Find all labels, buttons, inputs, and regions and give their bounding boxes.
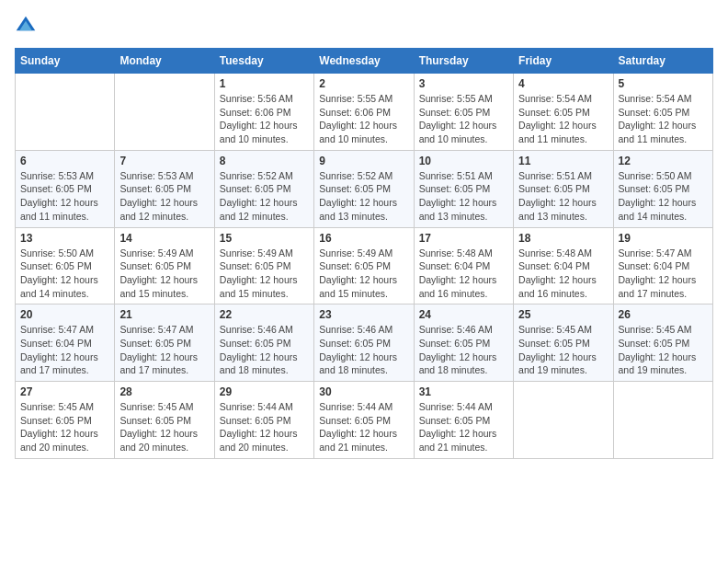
calendar-day-cell bbox=[613, 382, 712, 459]
day-info: Sunrise: 5:51 AM Sunset: 6:05 PM Dayligh… bbox=[518, 169, 608, 224]
day-number: 21 bbox=[119, 308, 209, 321]
day-number: 22 bbox=[220, 308, 309, 321]
logo bbox=[15, 15, 40, 37]
day-number: 16 bbox=[319, 232, 408, 245]
calendar-day-cell: 8Sunrise: 5:52 AM Sunset: 6:05 PM Daylig… bbox=[214, 150, 313, 227]
day-info: Sunrise: 5:53 AM Sunset: 6:05 PM Dayligh… bbox=[119, 169, 209, 224]
calendar-day-cell: 9Sunrise: 5:52 AM Sunset: 6:05 PM Daylig… bbox=[314, 150, 414, 227]
calendar-day-cell: 12Sunrise: 5:50 AM Sunset: 6:05 PM Dayli… bbox=[613, 150, 712, 227]
calendar-day-cell: 26Sunrise: 5:45 AM Sunset: 6:05 PM Dayli… bbox=[613, 304, 712, 382]
day-info: Sunrise: 5:50 AM Sunset: 6:05 PM Dayligh… bbox=[619, 169, 708, 224]
day-info: Sunrise: 5:44 AM Sunset: 6:05 PM Dayligh… bbox=[220, 400, 309, 454]
day-info: Sunrise: 5:44 AM Sunset: 6:05 PM Dayligh… bbox=[419, 400, 508, 454]
calendar-week-row: 6Sunrise: 5:53 AM Sunset: 6:05 PM Daylig… bbox=[16, 150, 713, 227]
calendar-day-cell: 19Sunrise: 5:47 AM Sunset: 6:04 PM Dayli… bbox=[613, 227, 712, 304]
calendar-day-cell: 11Sunrise: 5:51 AM Sunset: 6:05 PM Dayli… bbox=[514, 150, 613, 227]
day-info: Sunrise: 5:46 AM Sunset: 6:05 PM Dayligh… bbox=[220, 323, 309, 377]
calendar-day-cell: 15Sunrise: 5:49 AM Sunset: 6:05 PM Dayli… bbox=[214, 227, 313, 304]
calendar-day-cell: 28Sunrise: 5:45 AM Sunset: 6:05 PM Dayli… bbox=[115, 382, 214, 459]
calendar-week-row: 13Sunrise: 5:50 AM Sunset: 6:05 PM Dayli… bbox=[16, 227, 713, 304]
day-info: Sunrise: 5:55 AM Sunset: 6:06 PM Dayligh… bbox=[319, 92, 408, 146]
weekday-header: Monday bbox=[115, 49, 214, 74]
day-number: 14 bbox=[119, 232, 209, 245]
calendar-day-cell: 20Sunrise: 5:47 AM Sunset: 6:04 PM Dayli… bbox=[16, 304, 115, 382]
day-info: Sunrise: 5:51 AM Sunset: 6:05 PM Dayligh… bbox=[419, 169, 508, 224]
day-number: 12 bbox=[619, 155, 708, 167]
day-number: 2 bbox=[319, 77, 408, 90]
day-number: 13 bbox=[20, 232, 109, 245]
calendar-day-cell: 4Sunrise: 5:54 AM Sunset: 6:05 PM Daylig… bbox=[514, 74, 613, 151]
day-info: Sunrise: 5:45 AM Sunset: 6:05 PM Dayligh… bbox=[20, 400, 109, 454]
calendar-day-cell bbox=[115, 74, 214, 151]
weekday-header: Saturday bbox=[613, 49, 712, 74]
weekday-header-row: SundayMondayTuesdayWednesdayThursdayFrid… bbox=[16, 49, 713, 74]
calendar-day-cell: 7Sunrise: 5:53 AM Sunset: 6:05 PM Daylig… bbox=[115, 150, 214, 227]
logo-icon bbox=[15, 15, 37, 37]
day-number: 17 bbox=[419, 232, 508, 245]
day-number: 19 bbox=[619, 232, 708, 245]
day-info: Sunrise: 5:52 AM Sunset: 6:05 PM Dayligh… bbox=[319, 169, 408, 224]
calendar-day-cell: 14Sunrise: 5:49 AM Sunset: 6:05 PM Dayli… bbox=[115, 227, 214, 304]
day-info: Sunrise: 5:56 AM Sunset: 6:06 PM Dayligh… bbox=[220, 92, 309, 146]
day-info: Sunrise: 5:48 AM Sunset: 6:04 PM Dayligh… bbox=[518, 247, 608, 301]
day-number: 10 bbox=[419, 155, 508, 167]
weekday-header: Thursday bbox=[414, 49, 513, 74]
day-number: 25 bbox=[518, 308, 608, 321]
calendar-day-cell: 6Sunrise: 5:53 AM Sunset: 6:05 PM Daylig… bbox=[16, 150, 115, 227]
calendar-day-cell: 25Sunrise: 5:45 AM Sunset: 6:05 PM Dayli… bbox=[514, 304, 613, 382]
day-info: Sunrise: 5:46 AM Sunset: 6:05 PM Dayligh… bbox=[419, 323, 508, 377]
day-number: 4 bbox=[518, 77, 608, 90]
day-info: Sunrise: 5:47 AM Sunset: 6:04 PM Dayligh… bbox=[619, 247, 708, 301]
day-number: 30 bbox=[319, 385, 408, 398]
calendar-day-cell: 2Sunrise: 5:55 AM Sunset: 6:06 PM Daylig… bbox=[314, 74, 414, 151]
day-info: Sunrise: 5:55 AM Sunset: 6:05 PM Dayligh… bbox=[419, 92, 508, 146]
calendar-day-cell: 22Sunrise: 5:46 AM Sunset: 6:05 PM Dayli… bbox=[214, 304, 313, 382]
calendar-day-cell bbox=[16, 74, 115, 151]
day-info: Sunrise: 5:44 AM Sunset: 6:05 PM Dayligh… bbox=[319, 400, 408, 454]
calendar-day-cell: 29Sunrise: 5:44 AM Sunset: 6:05 PM Dayli… bbox=[214, 382, 313, 459]
calendar-day-cell: 31Sunrise: 5:44 AM Sunset: 6:05 PM Dayli… bbox=[414, 382, 513, 459]
calendar-day-cell bbox=[514, 382, 613, 459]
day-number: 11 bbox=[518, 155, 608, 167]
calendar-day-cell: 24Sunrise: 5:46 AM Sunset: 6:05 PM Dayli… bbox=[414, 304, 513, 382]
day-info: Sunrise: 5:45 AM Sunset: 6:05 PM Dayligh… bbox=[119, 400, 209, 454]
calendar-day-cell: 18Sunrise: 5:48 AM Sunset: 6:04 PM Dayli… bbox=[514, 227, 613, 304]
day-info: Sunrise: 5:47 AM Sunset: 6:04 PM Dayligh… bbox=[20, 323, 109, 377]
day-number: 7 bbox=[119, 155, 209, 167]
day-number: 29 bbox=[220, 385, 309, 398]
day-info: Sunrise: 5:54 AM Sunset: 6:05 PM Dayligh… bbox=[619, 92, 708, 146]
day-number: 1 bbox=[220, 77, 309, 90]
day-info: Sunrise: 5:45 AM Sunset: 6:05 PM Dayligh… bbox=[619, 323, 708, 377]
day-number: 15 bbox=[220, 232, 309, 245]
calendar-day-cell: 23Sunrise: 5:46 AM Sunset: 6:05 PM Dayli… bbox=[314, 304, 414, 382]
day-number: 5 bbox=[619, 77, 708, 90]
day-info: Sunrise: 5:47 AM Sunset: 6:05 PM Dayligh… bbox=[119, 323, 209, 377]
calendar-week-row: 1Sunrise: 5:56 AM Sunset: 6:06 PM Daylig… bbox=[16, 74, 713, 151]
day-number: 20 bbox=[20, 308, 109, 321]
day-number: 8 bbox=[220, 155, 309, 167]
calendar-day-cell: 16Sunrise: 5:49 AM Sunset: 6:05 PM Dayli… bbox=[314, 227, 414, 304]
day-info: Sunrise: 5:49 AM Sunset: 6:05 PM Dayligh… bbox=[220, 247, 309, 301]
calendar-week-row: 27Sunrise: 5:45 AM Sunset: 6:05 PM Dayli… bbox=[16, 382, 713, 459]
weekday-header: Wednesday bbox=[314, 49, 414, 74]
day-info: Sunrise: 5:54 AM Sunset: 6:05 PM Dayligh… bbox=[518, 92, 608, 146]
day-number: 27 bbox=[20, 385, 109, 398]
day-number: 3 bbox=[419, 77, 508, 90]
day-number: 26 bbox=[619, 308, 708, 321]
weekday-header: Tuesday bbox=[214, 49, 313, 74]
day-number: 6 bbox=[20, 155, 109, 167]
calendar-day-cell: 27Sunrise: 5:45 AM Sunset: 6:05 PM Dayli… bbox=[16, 382, 115, 459]
weekday-header: Friday bbox=[514, 49, 613, 74]
day-number: 18 bbox=[518, 232, 608, 245]
day-info: Sunrise: 5:52 AM Sunset: 6:05 PM Dayligh… bbox=[220, 169, 309, 224]
calendar-day-cell: 10Sunrise: 5:51 AM Sunset: 6:05 PM Dayli… bbox=[414, 150, 513, 227]
day-info: Sunrise: 5:49 AM Sunset: 6:05 PM Dayligh… bbox=[319, 247, 408, 301]
day-info: Sunrise: 5:50 AM Sunset: 6:05 PM Dayligh… bbox=[20, 247, 109, 301]
calendar-table: SundayMondayTuesdayWednesdayThursdayFrid… bbox=[15, 48, 713, 459]
day-info: Sunrise: 5:48 AM Sunset: 6:04 PM Dayligh… bbox=[419, 247, 508, 301]
calendar-day-cell: 5Sunrise: 5:54 AM Sunset: 6:05 PM Daylig… bbox=[613, 74, 712, 151]
calendar-day-cell: 1Sunrise: 5:56 AM Sunset: 6:06 PM Daylig… bbox=[214, 74, 313, 151]
calendar-day-cell: 30Sunrise: 5:44 AM Sunset: 6:05 PM Dayli… bbox=[314, 382, 414, 459]
calendar-day-cell: 3Sunrise: 5:55 AM Sunset: 6:05 PM Daylig… bbox=[414, 74, 513, 151]
day-number: 31 bbox=[419, 385, 508, 398]
